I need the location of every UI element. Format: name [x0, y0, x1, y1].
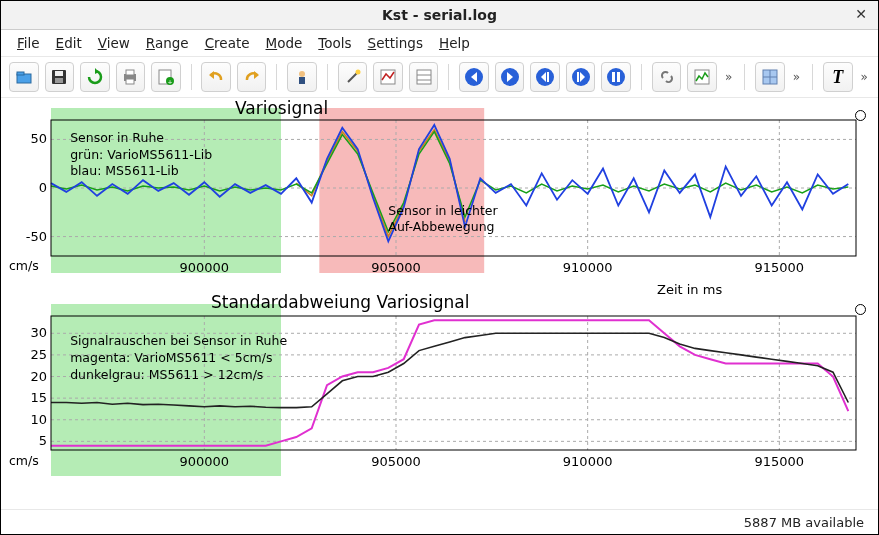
- edit-plot-icon[interactable]: [373, 62, 403, 92]
- redo-icon[interactable]: [237, 62, 267, 92]
- x-tick: 910000: [558, 454, 618, 469]
- svg-marker-13: [254, 71, 259, 79]
- x-tick: 915000: [749, 454, 809, 469]
- wizard-icon[interactable]: [287, 62, 317, 92]
- y-tick: 20: [19, 369, 47, 384]
- open-icon[interactable]: [9, 62, 39, 92]
- svg-rect-33: [612, 72, 615, 82]
- y-unit-1: cm/s: [9, 453, 39, 468]
- nav-step-back-icon[interactable]: [530, 62, 560, 92]
- menu-settings[interactable]: Settings: [362, 33, 429, 53]
- undo-icon[interactable]: [201, 62, 231, 92]
- svg-rect-1: [17, 72, 24, 75]
- titlebar: Kst - serial.log ✕: [1, 1, 878, 30]
- svg-rect-8: [126, 79, 134, 84]
- svg-rect-7: [126, 70, 134, 75]
- status-memory: 5887 MB available: [744, 515, 864, 530]
- menu-edit[interactable]: Edit: [50, 33, 88, 53]
- y-tick: 30: [19, 325, 47, 340]
- grid-icon[interactable]: [755, 62, 785, 92]
- x-tick: 910000: [558, 260, 618, 275]
- nav-first-icon[interactable]: [459, 62, 489, 92]
- svg-rect-15: [299, 77, 305, 84]
- toolbar-overflow-2[interactable]: »: [791, 70, 802, 84]
- svg-point-14: [299, 71, 305, 77]
- svg-rect-4: [55, 78, 63, 83]
- y-tick: 10: [19, 412, 47, 427]
- menu-file[interactable]: File: [11, 33, 46, 53]
- toolbar-overflow-3[interactable]: »: [859, 70, 870, 84]
- text-tool-icon[interactable]: T: [823, 62, 853, 92]
- annotation: Sensor in leichter Auf-Abbewegung: [388, 203, 497, 237]
- chart-title-0: Variosignal: [235, 98, 328, 118]
- chart-icon[interactable]: [687, 62, 717, 92]
- svg-rect-34: [617, 72, 620, 82]
- plot-area: Variosignal Standardabweiung Variosignal…: [1, 98, 878, 509]
- nav-pause-icon[interactable]: [601, 62, 631, 92]
- menu-mode[interactable]: Mode: [260, 33, 309, 53]
- toolbar: + » » T »: [1, 57, 878, 98]
- link-icon[interactable]: [652, 62, 682, 92]
- x-tick: 900000: [174, 454, 234, 469]
- y-tick: 15: [19, 390, 47, 405]
- x-tick: 905000: [366, 454, 426, 469]
- chart-stddev: [51, 304, 856, 476]
- save-icon[interactable]: [45, 62, 75, 92]
- plot-menu-icon-0[interactable]: [855, 110, 866, 121]
- svg-rect-28: [547, 72, 549, 82]
- annotation: Sensor in Ruhe grün: VarioMS5611-Lib bla…: [70, 130, 212, 181]
- nav-step-fwd-icon[interactable]: [566, 62, 596, 92]
- close-icon[interactable]: ✕: [852, 5, 870, 23]
- y-tick: 25: [19, 347, 47, 362]
- svg-rect-19: [417, 70, 431, 84]
- statusbar: 5887 MB available: [1, 509, 878, 534]
- y-tick: 50: [19, 131, 47, 146]
- menubar: File Edit View Range Create Mode Tools S…: [1, 30, 878, 57]
- chart-title-1: Standardabweiung Variosignal: [211, 292, 470, 312]
- y-tick: -50: [19, 229, 47, 244]
- svg-rect-35: [695, 70, 709, 84]
- svg-rect-31: [577, 72, 579, 82]
- svg-rect-3: [55, 71, 63, 76]
- xaxis-label: Zeit in ms: [657, 282, 722, 297]
- window-title: Kst - serial.log: [1, 7, 878, 23]
- menu-range[interactable]: Range: [140, 33, 195, 53]
- menu-tools[interactable]: Tools: [312, 33, 357, 53]
- x-tick: 915000: [749, 260, 809, 275]
- svg-point-17: [355, 70, 360, 75]
- nav-prev-icon[interactable]: [495, 62, 525, 92]
- menu-create[interactable]: Create: [199, 33, 256, 53]
- x-tick: 905000: [366, 260, 426, 275]
- x-tick: 900000: [174, 260, 234, 275]
- window: Kst - serial.log ✕ File Edit View Range …: [0, 0, 879, 535]
- svg-point-32: [607, 68, 625, 86]
- reload-icon[interactable]: [80, 62, 110, 92]
- svg-text:+: +: [167, 78, 172, 85]
- menu-view[interactable]: View: [92, 33, 136, 53]
- wand-icon[interactable]: [338, 62, 368, 92]
- svg-marker-12: [209, 71, 214, 79]
- y-tick: 5: [19, 433, 47, 448]
- annotation: Signalrauschen bei Sensor in Ruhe magent…: [70, 333, 287, 384]
- plot-menu-icon-1[interactable]: [855, 304, 866, 315]
- menu-help[interactable]: Help: [433, 33, 476, 53]
- y-unit-0: cm/s: [9, 258, 39, 273]
- log-icon[interactable]: +: [151, 62, 181, 92]
- print-icon[interactable]: [116, 62, 146, 92]
- toolbar-overflow-1[interactable]: »: [723, 70, 734, 84]
- y-tick: 0: [19, 180, 47, 195]
- data-manager-icon[interactable]: [409, 62, 439, 92]
